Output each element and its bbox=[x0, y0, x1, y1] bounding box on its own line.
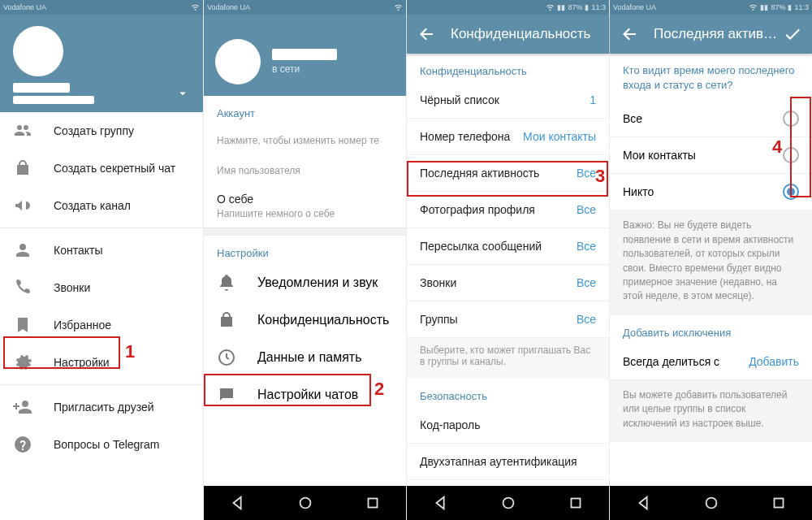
divider bbox=[0, 384, 203, 385]
wifi-icon bbox=[749, 2, 758, 13]
section-exceptions: Добавить исключения bbox=[610, 315, 812, 344]
row-data[interactable]: Данные и память bbox=[204, 339, 406, 376]
avatar[interactable] bbox=[13, 26, 63, 76]
profile-name bbox=[272, 49, 337, 60]
status-bar: Vodafone UA ▮▮ 87% ▮ 11:3 bbox=[610, 0, 812, 15]
row-profile-photo[interactable]: Фотография профиляВсе bbox=[407, 192, 609, 228]
android-navbar bbox=[407, 486, 609, 520]
drawer-menu: Создать группу Создать секретный чат Соз… bbox=[0, 112, 203, 520]
wifi-icon bbox=[394, 2, 403, 13]
pane-settings: Vodafone UA в сети Аккаунт Нажмите, чтоб… bbox=[203, 0, 406, 520]
section-privacy: Конфиденциальность bbox=[407, 54, 609, 82]
nav-recent-icon[interactable] bbox=[567, 494, 585, 512]
header-title: Конфиденциальность bbox=[451, 26, 599, 42]
option-all[interactable]: Все bbox=[610, 101, 812, 137]
separator bbox=[204, 228, 406, 236]
menu-secret-chat[interactable]: Создать секретный чат bbox=[0, 150, 203, 187]
lock-icon bbox=[217, 310, 236, 330]
user-name bbox=[13, 83, 70, 93]
radio-icon[interactable] bbox=[783, 184, 799, 200]
pane-last-seen: Vodafone UA ▮▮ 87% ▮ 11:3 Последняя акти… bbox=[609, 0, 812, 520]
profile-status: в сети bbox=[272, 63, 337, 75]
wifi-icon bbox=[191, 2, 200, 13]
android-navbar bbox=[610, 486, 812, 520]
nav-back-icon[interactable] bbox=[432, 494, 450, 512]
row-groups[interactable]: ГруппыВсе bbox=[407, 301, 609, 338]
status-bar: ▮▮ 87% ▮ 11:3 bbox=[407, 0, 609, 15]
section-settings: Настройки bbox=[204, 236, 406, 264]
signal-icon: ▮▮ bbox=[760, 3, 768, 11]
check-icon[interactable] bbox=[783, 24, 802, 44]
row-notifications[interactable]: Уведомления и звук bbox=[204, 264, 406, 301]
status-bar: Vodafone UA bbox=[204, 0, 406, 15]
menu-contacts[interactable]: Контакты bbox=[0, 232, 203, 269]
annotation-4: 4 bbox=[772, 136, 782, 158]
profile-header: в сети bbox=[204, 15, 406, 96]
svg-rect-4 bbox=[571, 499, 580, 508]
row-last-seen[interactable]: Последняя активностьВсе bbox=[407, 155, 609, 192]
row-passcode[interactable]: Код-пароль bbox=[407, 407, 609, 444]
menu-faq[interactable]: Вопросы о Telegram bbox=[0, 426, 203, 463]
battery-icon: ▮ bbox=[585, 3, 589, 11]
back-icon[interactable] bbox=[620, 24, 639, 44]
chevron-down-icon[interactable] bbox=[175, 86, 190, 101]
gear-icon bbox=[13, 353, 32, 372]
menu-calls[interactable]: Звонки bbox=[0, 269, 203, 306]
row-username[interactable]: Имя пользователя bbox=[204, 154, 406, 184]
nav-home-icon[interactable] bbox=[702, 494, 720, 512]
row-privacy[interactable]: Конфиденциальность bbox=[204, 301, 406, 339]
row-2fa[interactable]: Двухэтапная аутентификация bbox=[407, 444, 609, 480]
nav-back-icon[interactable] bbox=[229, 494, 247, 512]
menu-saved[interactable]: Избранное bbox=[0, 306, 203, 344]
row-about[interactable]: О себе Напишите немного о себе bbox=[204, 184, 406, 228]
wifi-icon bbox=[546, 2, 555, 13]
android-navbar bbox=[204, 486, 406, 520]
row-phone-number[interactable]: Номер телефонаМои контакты bbox=[407, 119, 609, 155]
svg-point-5 bbox=[706, 498, 716, 509]
row-phone[interactable]: Нажмите, чтобы изменить номер те bbox=[204, 124, 406, 154]
user-phone bbox=[13, 96, 94, 104]
nav-back-icon[interactable] bbox=[635, 494, 653, 512]
help-icon bbox=[13, 435, 32, 454]
section-security: Безопасность bbox=[407, 379, 609, 407]
header-title: Последняя активнос… bbox=[654, 26, 783, 42]
exceptions-info: Вы можете добавить пользователей или цел… bbox=[610, 380, 812, 442]
chat-icon bbox=[217, 385, 236, 405]
bell-icon bbox=[217, 273, 236, 292]
data-icon bbox=[217, 348, 236, 367]
bookmark-icon bbox=[13, 315, 32, 335]
section-account: Аккаунт bbox=[204, 96, 406, 124]
menu-create-group[interactable]: Создать группу bbox=[0, 112, 203, 150]
svg-point-3 bbox=[503, 498, 513, 509]
nav-home-icon[interactable] bbox=[499, 494, 517, 512]
svg-rect-2 bbox=[368, 499, 377, 508]
menu-settings[interactable]: Настройки bbox=[0, 344, 203, 381]
privacy-note: Выберите, кто может приглашать Вас в гру… bbox=[407, 338, 609, 379]
annotation-2: 2 bbox=[374, 379, 384, 400]
add-person-icon bbox=[13, 397, 32, 417]
row-always-share[interactable]: Всегда делиться сДобавить bbox=[610, 344, 812, 380]
row-calls[interactable]: ЗвонкиВсе bbox=[407, 265, 609, 301]
phone-icon bbox=[13, 278, 32, 297]
signal-icon: ▮▮ bbox=[557, 3, 565, 11]
radio-icon[interactable] bbox=[783, 110, 799, 127]
person-icon bbox=[13, 240, 32, 260]
nav-home-icon[interactable] bbox=[296, 494, 314, 512]
header: Последняя активнос… bbox=[610, 15, 812, 54]
radio-icon[interactable] bbox=[783, 147, 799, 163]
menu-invite[interactable]: Пригласить друзей bbox=[0, 388, 203, 426]
annotation-1: 1 bbox=[125, 341, 135, 362]
row-forwarding[interactable]: Пересылка сообщенийВсе bbox=[407, 228, 609, 265]
option-nobody[interactable]: Никто bbox=[610, 174, 812, 210]
nav-recent-icon[interactable] bbox=[364, 494, 382, 512]
avatar[interactable] bbox=[215, 39, 261, 84]
menu-create-channel[interactable]: Создать канал bbox=[0, 187, 203, 224]
divider bbox=[0, 228, 203, 228]
pane-drawer: Vodafone UA Создать группу Создать секре… bbox=[0, 0, 203, 520]
back-icon[interactable] bbox=[417, 24, 436, 44]
row-blocklist[interactable]: Чёрный список1 bbox=[407, 82, 609, 119]
svg-point-1 bbox=[300, 498, 310, 509]
nav-recent-icon[interactable] bbox=[770, 494, 788, 512]
svg-rect-6 bbox=[774, 499, 783, 508]
lock-icon bbox=[13, 158, 32, 178]
